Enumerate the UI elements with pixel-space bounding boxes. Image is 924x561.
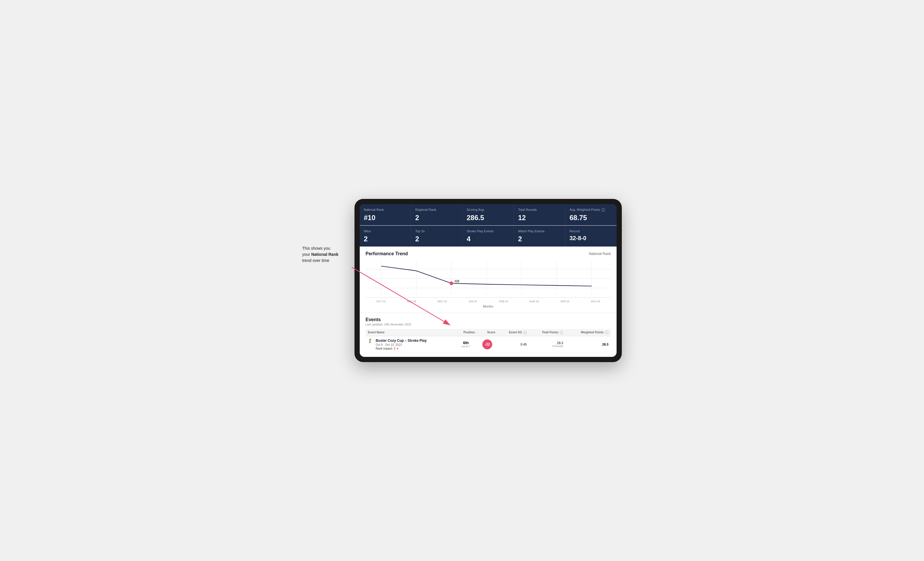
month-mar24: MAR 24	[519, 300, 550, 303]
stat-stroke-play-value: 4	[466, 235, 510, 243]
performance-section: Performance Trend National Rank	[360, 247, 616, 313]
stat-wins: Wins 2	[360, 226, 411, 247]
event-sg-cell: 0.45	[498, 336, 529, 353]
info-icon-wp: i	[605, 331, 609, 334]
info-icon-sg: i	[523, 331, 527, 334]
events-table: Event Name Position Score Event SG i Tot…	[366, 329, 611, 353]
stat-avg-weighted: Avg. Weighted Points i 68.75	[566, 204, 616, 225]
info-icon-tp: i	[560, 331, 563, 334]
scene: This shows you your National Rank trend …	[302, 199, 622, 362]
stat-record-label: Record	[570, 229, 612, 233]
stat-total-rounds-value: 12	[518, 214, 561, 222]
rank-impact-chevron: ▼	[396, 347, 399, 350]
rank-impact: Rank Impact: 3 ▼	[376, 347, 426, 350]
info-icon: i	[602, 208, 605, 212]
event-name: Buster Cozy Cup – Stroke Play	[376, 338, 426, 343]
stat-scoring-avg-value: 286.5	[466, 214, 510, 222]
stat-national-rank-label: National Rank	[364, 208, 407, 212]
month-nov23: NOV 23	[396, 300, 427, 303]
stat-total-rounds-label: Total Rounds	[518, 208, 561, 212]
annotation: This shows you your National Rank trend …	[302, 245, 360, 264]
event-name-cell: 🏌️ Buster Cozy Cup – Stroke Play Oct 9 -…	[366, 336, 455, 353]
stat-wins-value: 2	[364, 235, 407, 243]
stat-national-rank-value: #10	[364, 214, 407, 222]
event-score-cell: -22	[477, 336, 498, 353]
col-weighted-points: Weighted Points i	[566, 329, 611, 336]
stat-national-rank: National Rank #10	[360, 204, 411, 225]
stat-regional-rank: Regional Rank 2	[411, 204, 462, 225]
chart-svg: #10	[366, 260, 611, 297]
performance-rank-label: National Rank	[589, 252, 611, 256]
stat-match-play: Match Play Events 2	[514, 226, 565, 247]
event-position-cell: 6th out of 7	[455, 336, 477, 353]
stat-scoring-avg: Scoring Avg. 286.5	[463, 204, 514, 225]
month-apr24: APR 24	[549, 300, 580, 303]
stat-stroke-play: Stroke Play Events 4	[463, 226, 514, 247]
event-weighted-points-cell: 28.3	[566, 336, 611, 353]
annotation-line2: your	[302, 252, 311, 257]
rank-impact-value: 3	[394, 347, 396, 350]
month-jan24: JAN 24	[458, 300, 489, 303]
events-last-updated: Last updated: 24th November 2023	[366, 323, 611, 326]
event-total-points-cell: 28.3 3 Rounds	[529, 336, 566, 353]
events-table-header-row: Event Name Position Score Event SG i Tot…	[366, 329, 611, 336]
stat-avg-weighted-label: Avg. Weighted Points i	[570, 208, 612, 212]
col-event-sg: Event SG i	[498, 329, 529, 336]
event-position-of: out of 7	[457, 345, 475, 348]
col-position: Position	[455, 329, 477, 336]
col-event-name: Event Name	[366, 329, 455, 336]
month-oct23: OCT 23	[366, 300, 396, 303]
stat-regional-rank-value: 2	[415, 214, 458, 222]
col-score: Score	[477, 329, 498, 336]
stat-record: Record 32-8-0	[566, 226, 616, 247]
chart-container: #10	[366, 260, 611, 298]
event-total-rounds: 3 Rounds	[531, 345, 563, 347]
col-total-points: Total Points i	[529, 329, 566, 336]
event-type-icon: 🏌️	[368, 338, 373, 343]
annotation-line3: trend over time	[302, 258, 329, 263]
months-axis: OCT 23 NOV 23 DEC 23 JAN 24 FEB 24 MAR 2…	[366, 299, 611, 304]
events-title: Events	[366, 317, 611, 322]
stat-top3s-value: 2	[415, 235, 458, 243]
stat-avg-weighted-value: 68.75	[570, 214, 612, 222]
stat-total-rounds: Total Rounds 12	[514, 204, 565, 225]
month-may24: MAY 24	[580, 300, 611, 303]
performance-title: Performance Trend	[366, 251, 408, 256]
chart-highlight-dot	[450, 281, 453, 285]
event-position: 6th	[457, 341, 475, 345]
stats-row-2: Wins 2 Top 3s 2 Stroke Play Events 4 Mat…	[360, 226, 616, 247]
performance-header: Performance Trend National Rank	[366, 251, 611, 256]
annotation-line1: This shows you	[302, 246, 330, 251]
stat-record-value: 32-8-0	[570, 235, 612, 242]
event-weighted-points: 28.3	[602, 343, 609, 346]
month-feb24: FEB 24	[488, 300, 519, 303]
event-sg-value: 0.45	[521, 343, 527, 346]
stat-scoring-avg-label: Scoring Avg.	[466, 208, 510, 212]
stat-match-play-value: 2	[518, 235, 561, 243]
events-section: Events Last updated: 24th November 2023 …	[360, 313, 616, 357]
event-score-badge: -22	[482, 340, 492, 349]
annotation-bold: National Rank	[311, 252, 338, 257]
tablet-screen: National Rank #10 Regional Rank 2 Scorin…	[360, 204, 616, 357]
tablet-device: National Rank #10 Regional Rank 2 Scorin…	[354, 199, 622, 362]
stat-match-play-label: Match Play Events	[518, 229, 561, 233]
event-total-points: 28.3	[531, 341, 563, 345]
stats-row-1: National Rank #10 Regional Rank 2 Scorin…	[360, 204, 616, 225]
stat-top3s: Top 3s 2	[411, 226, 462, 247]
stat-top3s-label: Top 3s	[415, 229, 458, 233]
stat-wins-label: Wins	[364, 229, 407, 233]
table-row: 🏌️ Buster Cozy Cup – Stroke Play Oct 9 -…	[366, 336, 611, 353]
stat-regional-rank-label: Regional Rank	[415, 208, 458, 212]
months-axis-title: Months	[366, 304, 611, 310]
event-date: Oct 9 - Oct 10, 2023	[376, 343, 426, 346]
chart-rank-label: #10	[454, 280, 459, 283]
stat-stroke-play-label: Stroke Play Events	[466, 229, 510, 233]
month-dec23: DEC 23	[427, 300, 458, 303]
